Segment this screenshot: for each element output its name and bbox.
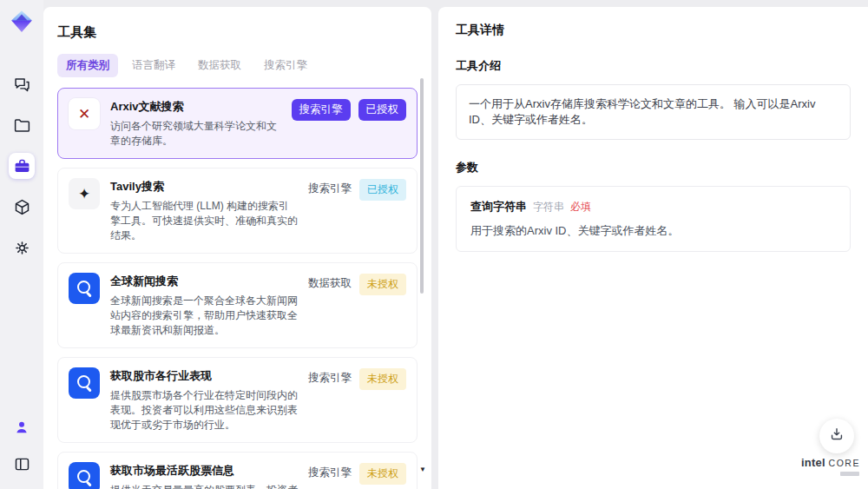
auth-badge: 已授权: [358, 99, 407, 121]
intel-core-logo: intel CORE: [800, 456, 861, 476]
tool-badges: 搜索引擎 已授权: [292, 98, 407, 121]
sidebar-item-chat[interactable]: [9, 71, 35, 97]
tool-badges: 搜索引擎 未授权: [308, 367, 406, 390]
sidebar-item-tools[interactable]: [9, 153, 35, 179]
tool-description: 提供股票市场各个行业在特定时间段内的表现。投资者可以利用这些信息来识别表现优于或…: [110, 388, 298, 433]
auth-badge: 未授权: [359, 274, 406, 295]
tool-badges: 数据获取 未授权: [308, 273, 406, 295]
category-badge: 搜索引擎: [308, 368, 352, 388]
param-head: 查询字符串 字符串 必填: [470, 199, 836, 215]
intro-box: 一个用于从Arxiv存储库搜索科学论文和文章的工具。 输入可以是Arxiv ID…: [456, 84, 851, 140]
param-name: 查询字符串: [470, 199, 527, 215]
brand-intel: intel: [801, 456, 825, 469]
tool-card[interactable]: 获取市场最活跃股票信息 提供当天交易量最高的股票列表，投资者可以利用这些信息来识…: [57, 452, 418, 489]
sidebar-item-packages[interactable]: [9, 194, 35, 220]
category-badge: 搜索引擎: [308, 463, 352, 483]
gear-icon: [13, 239, 31, 257]
param-required-badge: 必填: [570, 200, 591, 215]
scrollbar-thumb[interactable]: [420, 78, 424, 294]
category-tab[interactable]: 所有类别: [57, 54, 118, 77]
category-tab[interactable]: 数据获取: [189, 54, 250, 77]
tool-icon: [69, 98, 100, 129]
category-tabs: 所有类别 语言翻译 数据获取 搜索引擎: [57, 54, 418, 77]
category-badge: 数据获取: [308, 274, 352, 294]
panel-icon: [13, 455, 31, 473]
brand-subtext-bar: [840, 472, 859, 476]
tools-panel: 工具集 所有类别 语言翻译 数据获取 搜索引擎 Arxiv文献搜索 访问各个研究…: [43, 7, 431, 489]
tool-description: 提供当天交易量最高的股票列表，投资者可以利用这些信息来识别流动性强的股票和潜在的…: [110, 483, 298, 489]
sidebar-item-collapse[interactable]: [9, 451, 35, 477]
tool-details-panel: 工具详情 工具介绍 一个用于从Arxiv存储库搜索科学论文和文章的工具。 输入可…: [438, 7, 868, 489]
tool-icon: [69, 367, 100, 399]
tool-badges: 搜索引擎 未授权: [308, 462, 406, 485]
download-button[interactable]: [819, 419, 854, 453]
category-badge: 搜索引擎: [292, 99, 351, 121]
tool-card[interactable]: 获取股市各行业表现 提供股票市场各个行业在特定时间段内的表现。投资者可以利用这些…: [57, 357, 418, 443]
details-title: 工具详情: [456, 23, 851, 38]
category-badge: 搜索引擎: [308, 179, 352, 199]
param-card: 查询字符串 字符串 必填 用于搜索的Arxiv ID、关键字或作者姓名。: [456, 186, 851, 252]
param-description: 用于搜索的Arxiv ID、关键字或作者姓名。: [470, 223, 836, 239]
brand-product: CORE: [829, 458, 860, 468]
tool-name: Arxiv文献搜索: [110, 98, 281, 115]
user-icon: [13, 419, 30, 436]
scroll-down-icon[interactable]: ▼: [419, 466, 426, 473]
chat-icon: [13, 76, 31, 94]
tool-description: 全球新闻搜索是一个聚合全球各大新闻网站内容的搜索引擎，帮助用户快速获取全球最新资…: [110, 294, 298, 338]
cube-icon: [13, 198, 31, 216]
tool-name: 全球新闻搜索: [110, 273, 298, 289]
tool-description: 访问各个研究领域大量科学论文和文章的存储库。: [110, 119, 281, 149]
param-type: 字符串: [533, 200, 564, 215]
tool-icon: [69, 273, 100, 304]
tool-main: 获取市场最活跃股票信息 提供当天交易量最高的股票列表，投资者可以利用这些信息来识…: [110, 462, 298, 489]
tool-main: Tavily搜索 专为人工智能代理 (LLM) 构建的搜索引擎工具。可快速提供实…: [110, 178, 298, 243]
tool-badges: 搜索引擎 已授权: [308, 178, 406, 201]
params-heading: 参数: [456, 160, 851, 175]
tool-card[interactable]: 全球新闻搜索 全球新闻搜索是一个聚合全球各大新闻网站内容的搜索引擎，帮助用户快速…: [57, 262, 418, 348]
auth-badge: 未授权: [359, 463, 406, 485]
app-logo[interactable]: [10, 9, 34, 33]
page-title: 工具集: [57, 21, 418, 41]
tool-main: 全球新闻搜索 全球新闻搜索是一个聚合全球各大新闻网站内容的搜索引擎，帮助用户快速…: [110, 273, 298, 338]
tool-icon: [69, 462, 100, 489]
tool-name: Tavily搜索: [110, 178, 298, 195]
sidebar-item-settings[interactable]: [9, 235, 35, 261]
tool-name: 获取股市各行业表现: [110, 367, 298, 384]
tool-main: Arxiv文献搜索 访问各个研究领域大量科学论文和文章的存储库。: [110, 98, 281, 149]
tool-description: 专为人工智能代理 (LLM) 构建的搜索引擎工具。可快速提供实时、准确和真实的结…: [110, 199, 298, 243]
tool-list: Arxiv文献搜索 访问各个研究领域大量科学论文和文章的存储库。 搜索引擎 已授…: [57, 88, 418, 489]
auth-badge: 未授权: [359, 368, 406, 390]
category-tab[interactable]: 语言翻译: [123, 54, 184, 77]
tool-name: 获取市场最活跃股票信息: [110, 462, 298, 479]
download-icon: [828, 426, 845, 446]
sidebar-item-files[interactable]: [9, 112, 35, 138]
auth-badge: 已授权: [359, 179, 406, 201]
tool-card[interactable]: Arxiv文献搜索 访问各个研究领域大量科学论文和文章的存储库。 搜索引擎 已授…: [57, 88, 418, 159]
folder-icon: [13, 116, 31, 135]
category-tab[interactable]: 搜索引擎: [255, 54, 316, 77]
sidebar-item-profile[interactable]: [9, 414, 35, 440]
sidebar: [0, 0, 43, 489]
tool-icon: [69, 178, 100, 209]
intro-heading: 工具介绍: [456, 58, 851, 74]
tool-main: 获取股市各行业表现 提供股票市场各个行业在特定时间段内的表现。投资者可以利用这些…: [110, 367, 298, 433]
briefcase-icon: [13, 157, 31, 175]
tool-card[interactable]: Tavily搜索 专为人工智能代理 (LLM) 构建的搜索引擎工具。可快速提供实…: [57, 168, 418, 254]
